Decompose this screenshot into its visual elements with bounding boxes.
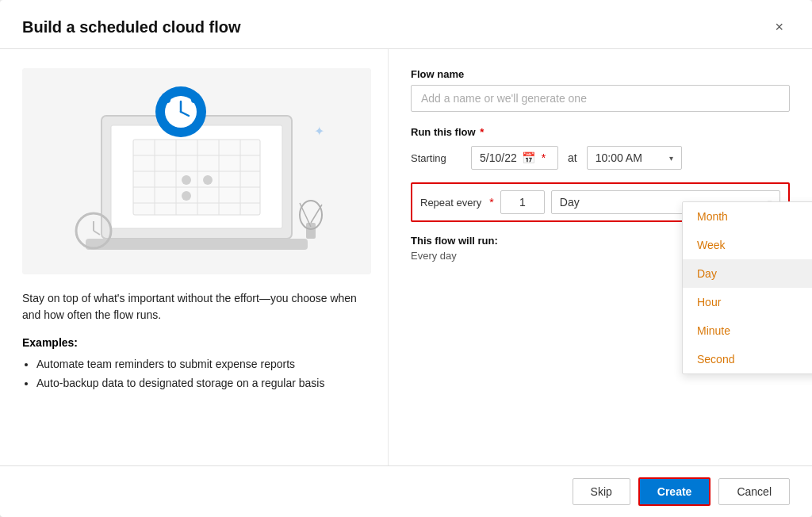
create-button[interactable]: Create (638, 477, 711, 506)
svg-point-13 (182, 175, 191, 185)
svg-rect-16 (86, 239, 308, 250)
calendar-icon: 📅 (522, 151, 535, 164)
dropdown-item-month[interactable]: Month (683, 202, 812, 231)
date-picker[interactable]: 5/10/22 📅 * (471, 146, 558, 170)
svg-text:✦: ✦ (314, 124, 324, 138)
dialog-title: Build a scheduled cloud flow (22, 18, 241, 36)
right-panel: Flow name Run this flow * Starting 5/10/… (389, 49, 812, 465)
skip-button[interactable]: Skip (573, 478, 630, 505)
repeat-label: Repeat every (420, 197, 481, 209)
svg-point-22 (191, 97, 197, 103)
dropdown-item-hour[interactable]: Hour (683, 288, 812, 316)
example-item-1: Automate team reminders to submit expens… (36, 355, 366, 374)
repeat-required-star: * (489, 196, 493, 209)
close-button[interactable]: × (768, 16, 790, 39)
left-panel: ✦ Stay on top of what's important withou… (0, 49, 389, 465)
starting-label: Starting (411, 152, 465, 164)
dialog-header: Build a scheduled cloud flow × (0, 0, 812, 49)
left-description: Stay on top of what's important without … (22, 290, 366, 324)
repeat-unit-value: Day (560, 196, 580, 209)
examples-list: Automate team reminders to submit expens… (22, 355, 366, 393)
cancel-button[interactable]: Cancel (718, 478, 790, 505)
dropdown-item-day[interactable]: Day (683, 259, 812, 288)
svg-point-15 (203, 175, 213, 185)
dropdown-item-week[interactable]: Week (683, 231, 812, 259)
flow-name-input[interactable] (411, 85, 790, 112)
time-value: 10:00 AM (596, 151, 642, 164)
svg-rect-26 (306, 223, 316, 239)
chevron-down-icon: ▾ (669, 154, 673, 163)
repeat-unit-dropdown: Month Week Day Hour Minute Second (682, 201, 812, 374)
date-value: 5/10/22 (480, 151, 517, 164)
date-required-star: * (542, 151, 546, 164)
dropdown-item-second[interactable]: Second (683, 345, 812, 373)
repeat-number-input[interactable] (500, 190, 545, 214)
at-label: at (565, 151, 580, 164)
build-scheduled-flow-dialog: Build a scheduled cloud flow × (0, 0, 812, 517)
required-star: * (477, 126, 485, 138)
dialog-footer: Skip Create Cancel (0, 465, 812, 517)
illustration: ✦ (22, 68, 371, 274)
svg-rect-3 (133, 140, 260, 215)
dialog-body: ✦ Stay on top of what's important withou… (0, 49, 812, 465)
flow-name-label: Flow name (411, 68, 790, 80)
example-item-2: Auto-backup data to designated storage o… (36, 374, 366, 393)
examples-title: Examples: (22, 336, 366, 349)
svg-point-21 (164, 97, 170, 103)
starting-row: Starting 5/10/22 📅 * at 10:00 AM ▾ (411, 146, 790, 170)
dropdown-item-minute[interactable]: Minute (683, 316, 812, 345)
time-picker[interactable]: 10:00 AM ▾ (587, 146, 682, 170)
svg-point-14 (182, 191, 191, 201)
run-this-flow-label: Run this flow * (411, 126, 790, 138)
